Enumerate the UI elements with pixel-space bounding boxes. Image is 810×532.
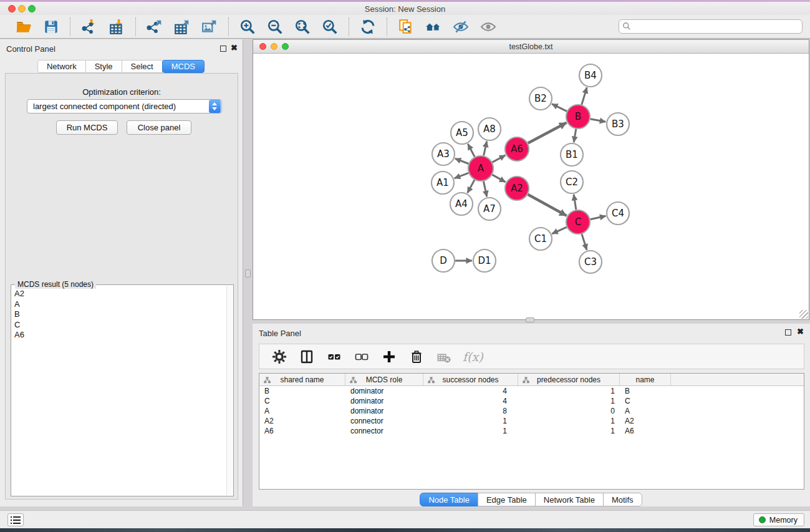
tab-node-table[interactable]: Node Table	[420, 493, 478, 506]
graph-edge-B-B4[interactable]	[582, 87, 587, 105]
result-list-item[interactable]: A2	[12, 289, 226, 299]
export-network-button[interactable]	[145, 17, 165, 36]
eye-slash-button[interactable]	[451, 17, 471, 36]
column-header-successor-nodes[interactable]: successor nodes	[423, 374, 518, 385]
table-cell[interactable]: A2	[259, 416, 345, 426]
graph-node-A8[interactable]: A8	[478, 118, 501, 140]
table-cell[interactable]: dominator	[345, 406, 423, 416]
table-cell[interactable]: C	[259, 396, 345, 406]
graph-node-B4[interactable]: B4	[579, 64, 602, 87]
zoom-fit-button[interactable]	[292, 17, 312, 36]
table-cell[interactable]: B	[620, 386, 671, 396]
table-cell[interactable]: 1	[518, 396, 620, 406]
graph-node-A3[interactable]: A3	[432, 143, 455, 165]
tab-mcds[interactable]: MCDS	[162, 60, 205, 73]
graph-edge-A-A6[interactable]	[493, 155, 506, 162]
network-canvas[interactable]: AA6A2BCA5A8A3A1A4A7B2B4B3B1C2C4C1C3DD1	[253, 54, 809, 319]
graph-node-A1[interactable]: A1	[432, 172, 454, 194]
tab-edge-table[interactable]: Edge Table	[478, 493, 536, 506]
unselect-all-columns-button[interactable]	[353, 348, 370, 365]
graph-node-A[interactable]: A	[468, 156, 493, 181]
result-list-item[interactable]: B	[12, 309, 226, 320]
run-mcds-button[interactable]: Run MCDS	[56, 120, 118, 135]
table-cell[interactable]: 1	[518, 386, 620, 396]
table-row[interactable]: Bdominator41B	[259, 386, 804, 396]
column-header-shared-name[interactable]: shared name	[259, 374, 345, 385]
table-cell[interactable]: 8	[423, 406, 518, 416]
search-input[interactable]	[619, 19, 803, 34]
result-list-item[interactable]: A	[12, 299, 226, 310]
float-panel-icon[interactable]	[220, 46, 226, 52]
table-cell[interactable]: 1	[423, 416, 518, 426]
zoom-selected-button[interactable]	[320, 17, 340, 36]
result-list-item[interactable]: A6	[12, 330, 226, 341]
table-cell[interactable]: A6	[259, 426, 345, 436]
table-close-panel-icon[interactable]: ✖	[797, 327, 804, 336]
graph-node-B3[interactable]: B3	[607, 113, 629, 135]
graph-node-A2[interactable]: A2	[505, 177, 529, 200]
refresh-button[interactable]	[358, 17, 378, 36]
table-cell[interactable]: 1	[518, 416, 620, 426]
table-cell[interactable]: dominator	[345, 396, 423, 406]
graph-node-D[interactable]: D	[432, 249, 455, 272]
graph-node-B2[interactable]: B2	[529, 87, 552, 110]
close-panel-button[interactable]: Close panel	[127, 120, 191, 135]
graph-node-A6[interactable]: A6	[505, 137, 529, 161]
graph-edge-A6-B[interactable]	[528, 123, 567, 143]
column-header-predecessor-nodes[interactable]: predecessor nodes	[518, 374, 620, 385]
import-network-button[interactable]	[79, 17, 99, 36]
table-cell[interactable]: connector	[345, 416, 423, 426]
split-panel-button[interactable]	[298, 348, 316, 365]
resize-grip-icon[interactable]	[799, 310, 808, 319]
tab-select[interactable]: Select	[122, 60, 163, 73]
zoom-in-button[interactable]	[238, 17, 258, 36]
memory-button[interactable]: Memory	[753, 513, 804, 526]
open-folder-button[interactable]	[14, 17, 34, 36]
table-cell[interactable]: A	[620, 406, 671, 416]
tab-network-table[interactable]: Network Table	[535, 493, 604, 506]
graph-edge-A-A4[interactable]	[468, 180, 475, 193]
table-cell[interactable]: C	[620, 396, 671, 406]
table-row[interactable]: A6connector11A6	[259, 426, 804, 436]
zoom-out-button[interactable]	[265, 17, 285, 36]
create-column-button[interactable]	[380, 348, 398, 365]
table-cell[interactable]: 4	[423, 396, 518, 406]
graph-edge-B-B2[interactable]	[552, 104, 567, 112]
table-row[interactable]: A2connector11A2	[259, 416, 804, 426]
graph-node-C[interactable]: C	[566, 210, 590, 234]
graph-edge-A-A2[interactable]	[492, 175, 505, 182]
tab-network[interactable]: Network	[37, 60, 86, 73]
eye-button[interactable]	[478, 17, 498, 36]
table-cell[interactable]: dominator	[345, 386, 423, 396]
table-cell[interactable]: B	[259, 386, 345, 396]
result-scrollbar[interactable]	[226, 286, 233, 495]
network-from-selection-button[interactable]	[396, 17, 416, 36]
graph-edge-C-C4[interactable]	[591, 216, 606, 219]
graph-edge-B-B1[interactable]	[574, 129, 576, 143]
table-row[interactable]: Cdominator41C	[259, 396, 804, 406]
graph-node-B[interactable]: B	[566, 105, 590, 128]
graph-node-A4[interactable]: A4	[450, 193, 473, 215]
graph-node-A5[interactable]: A5	[451, 122, 473, 144]
table-float-panel-icon[interactable]	[785, 329, 791, 336]
vertical-divider-grabber[interactable]	[245, 269, 251, 278]
delete-columns-button[interactable]	[408, 348, 425, 365]
task-history-button[interactable]	[7, 513, 24, 526]
graph-edge-A2-C[interactable]	[528, 195, 567, 216]
graph-node-C1[interactable]: C1	[529, 228, 552, 250]
graph-node-D1[interactable]: D1	[473, 249, 496, 272]
tab-motifs[interactable]: Motifs	[603, 493, 642, 506]
import-table-button[interactable]	[107, 17, 127, 36]
table-cell[interactable]: 1	[423, 426, 518, 436]
graph-edge-A-A7[interactable]	[483, 181, 486, 197]
table-cell[interactable]: A	[259, 406, 345, 416]
close-panel-icon[interactable]: ✖	[231, 43, 238, 52]
graph-node-B1[interactable]: B1	[561, 143, 583, 166]
graph-node-A7[interactable]: A7	[478, 198, 501, 220]
table-cell[interactable]: A2	[620, 416, 671, 426]
settings-gear-button[interactable]	[271, 348, 288, 365]
graph-edge-A-A1[interactable]	[455, 173, 469, 178]
graph-edge-A-A3[interactable]	[455, 158, 469, 163]
graph-edge-C-C2[interactable]	[574, 195, 576, 210]
graph-node-C4[interactable]: C4	[607, 202, 629, 225]
